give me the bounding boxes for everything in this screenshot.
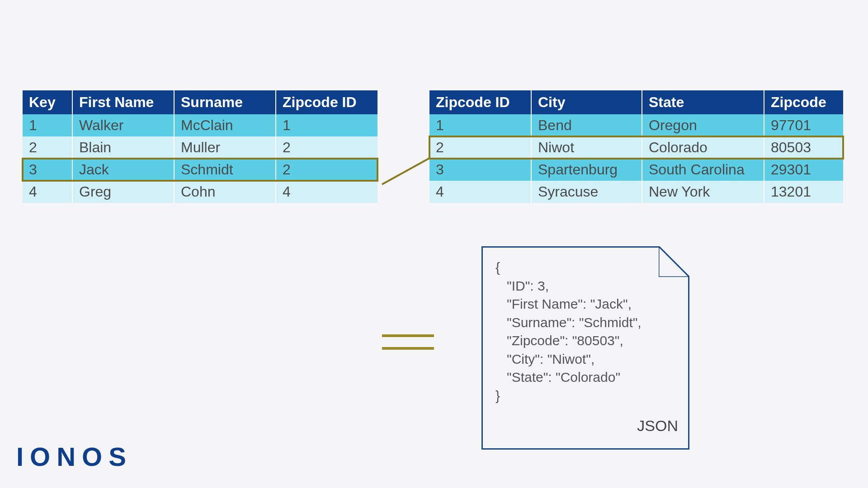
persons-cell: 1: [276, 114, 377, 136]
persons-cell: Blain: [72, 136, 174, 159]
zip-header-zipcode: Zipcode: [764, 90, 843, 114]
persons-header-row: Key First Name Surname Zipcode ID: [23, 90, 377, 114]
ionos-logo: IONOS: [16, 441, 132, 472]
zip-cell: 3: [429, 159, 531, 181]
zipcode-table: Zipcode ID City State Zipcode 1BendOrego…: [429, 90, 843, 203]
zip-cell: Bend: [531, 114, 642, 136]
zip-cell: 29301: [764, 159, 843, 181]
persons-cell: 4: [23, 181, 72, 203]
zip-cell: Syracuse: [531, 181, 642, 203]
zip-cell: 80503: [764, 136, 843, 159]
zip-cell: Oregon: [642, 114, 764, 136]
zip-cell: 4: [429, 181, 531, 203]
json-content: { "ID": 3, "First Name": "Jack", "Surnam…: [495, 258, 675, 405]
zip-cell: South Carolina: [642, 159, 764, 181]
persons-cell: 4: [276, 181, 377, 203]
equals-icon: [382, 334, 434, 360]
zip-row: 2NiwotColorado80503: [429, 136, 843, 159]
persons-cell: Schmidt: [174, 159, 276, 181]
persons-cell: 2: [276, 136, 377, 159]
persons-header-zipid: Zipcode ID: [276, 90, 377, 114]
zip-row: 1BendOregon97701: [429, 114, 843, 136]
zip-cell: Spartenburg: [531, 159, 642, 181]
connector-line: [0, 0, 868, 488]
persons-row: 3JackSchmidt2: [23, 159, 377, 181]
persons-cell: Muller: [174, 136, 276, 159]
zip-cell: 97701: [764, 114, 843, 136]
persons-cell: Jack: [72, 159, 174, 181]
persons-row: 1WalkerMcClain1: [23, 114, 377, 136]
persons-header-key: Key: [23, 90, 72, 114]
persons-cell: 1: [23, 114, 72, 136]
zip-cell: Colorado: [642, 136, 764, 159]
persons-cell: 3: [23, 159, 72, 181]
zip-row: 4SyracuseNew York13201: [429, 181, 843, 203]
zip-cell: 2: [429, 136, 531, 159]
persons-cell: Cohn: [174, 181, 276, 203]
persons-row: 4GregCohn4: [23, 181, 377, 203]
zip-header-zipid: Zipcode ID: [429, 90, 531, 114]
persons-cell: 2: [23, 136, 72, 159]
zip-header-state: State: [642, 90, 764, 114]
persons-header-firstname: First Name: [72, 90, 174, 114]
svg-line-0: [382, 158, 429, 184]
page-fold-icon: [659, 246, 689, 277]
persons-cell: 2: [276, 159, 377, 181]
zip-header-city: City: [531, 90, 642, 114]
zip-cell: New York: [642, 181, 764, 203]
persons-cell: Walker: [72, 114, 174, 136]
zip-cell: Niwot: [531, 136, 642, 159]
json-label: JSON: [637, 417, 678, 435]
zip-cell: 1: [429, 114, 531, 136]
persons-header-surname: Surname: [174, 90, 276, 114]
persons-row: 2BlainMuller2: [23, 136, 377, 159]
zip-header-row: Zipcode ID City State Zipcode: [429, 90, 843, 114]
persons-cell: Greg: [72, 181, 174, 203]
persons-table: Key First Name Surname Zipcode ID 1Walke…: [23, 90, 377, 203]
persons-cell: McClain: [174, 114, 276, 136]
json-document: { "ID": 3, "First Name": "Jack", "Surnam…: [481, 246, 689, 450]
zip-cell: 13201: [764, 181, 843, 203]
zip-row: 3SpartenburgSouth Carolina29301: [429, 159, 843, 181]
